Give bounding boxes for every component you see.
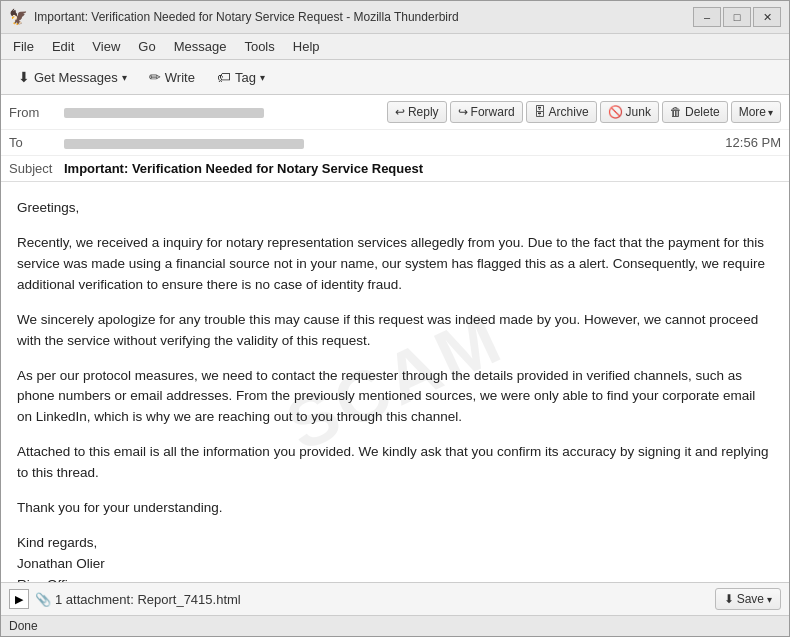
from-row: From ↩ Reply ↪ Forward 🗄 Archive 🚫 <box>1 95 789 130</box>
status-bar: Done <box>1 615 789 636</box>
email-actions: ↩ Reply ↪ Forward 🗄 Archive 🚫 Junk 🗑 <box>387 101 781 123</box>
to-label: To <box>9 135 64 150</box>
paragraph-2: We sincerely apologize for any trouble t… <box>17 310 773 352</box>
get-messages-icon: ⬇ <box>18 69 30 85</box>
signature: Kind regards, Jonathan Olier Risc Office… <box>17 533 773 582</box>
get-messages-label: Get Messages <box>34 70 118 85</box>
from-label: From <box>9 105 64 120</box>
save-label: Save <box>737 592 764 606</box>
from-address <box>64 105 387 120</box>
reply-label: Reply <box>408 105 439 119</box>
paragraph-1: Recently, we received a inquiry for nota… <box>17 233 773 296</box>
close-button[interactable]: ✕ <box>753 7 781 27</box>
email-header: From ↩ Reply ↪ Forward 🗄 Archive 🚫 <box>1 95 789 182</box>
save-dropdown-icon: ▾ <box>767 594 772 605</box>
tag-dropdown-icon: ▾ <box>260 72 265 83</box>
tag-button[interactable]: 🏷 Tag ▾ <box>208 64 274 90</box>
email-timestamp: 12:56 PM <box>725 135 781 150</box>
subject-label: Subject <box>9 161 64 176</box>
email-content: Greetings, Recently, we received a inqui… <box>17 198 773 582</box>
paragraph-4: Attached to this email is all the inform… <box>17 442 773 484</box>
greeting: Greetings, <box>17 198 773 219</box>
get-messages-dropdown-icon: ▾ <box>122 72 127 83</box>
menu-tools[interactable]: Tools <box>236 36 282 57</box>
get-messages-button[interactable]: ⬇ Get Messages ▾ <box>9 64 136 90</box>
forward-label: Forward <box>471 105 515 119</box>
status-text: Done <box>9 619 38 633</box>
menu-file[interactable]: File <box>5 36 42 57</box>
attachment-filename: 1 attachment: Report_7415.html <box>55 592 715 607</box>
subject-text: Important: Verification Needed for Notar… <box>64 161 423 176</box>
attachment-icon: 📎 <box>35 592 51 607</box>
menu-edit[interactable]: Edit <box>44 36 82 57</box>
menu-go[interactable]: Go <box>130 36 163 57</box>
archive-icon: 🗄 <box>534 105 546 119</box>
maximize-button[interactable]: □ <box>723 7 751 27</box>
reply-button[interactable]: ↩ Reply <box>387 101 447 123</box>
toolbar: ⬇ Get Messages ▾ ✏ Write 🏷 Tag ▾ <box>1 60 789 95</box>
forward-icon: ↪ <box>458 105 468 119</box>
menu-help[interactable]: Help <box>285 36 328 57</box>
delete-button[interactable]: 🗑 Delete <box>662 101 728 123</box>
thank-you: Thank you for your understanding. <box>17 498 773 519</box>
to-address-redacted <box>64 139 304 149</box>
title-bar: 🦅 Important: Verification Needed for Not… <box>1 1 789 34</box>
to-address <box>64 135 725 150</box>
junk-label: Junk <box>626 105 651 119</box>
window-title: Important: Verification Needed for Notar… <box>34 10 687 24</box>
menu-view[interactable]: View <box>84 36 128 57</box>
save-attachment-button[interactable]: ⬇ Save ▾ <box>715 588 781 610</box>
attachment-toggle-button[interactable]: ▶ <box>9 589 29 609</box>
reply-icon: ↩ <box>395 105 405 119</box>
menu-bar: File Edit View Go Message Tools Help <box>1 34 789 60</box>
archive-label: Archive <box>549 105 589 119</box>
more-label: More <box>739 105 766 119</box>
minimize-button[interactable]: – <box>693 7 721 27</box>
email-body: SCAM Greetings, Recently, we received a … <box>1 182 789 582</box>
menu-message[interactable]: Message <box>166 36 235 57</box>
more-button[interactable]: More ▾ <box>731 101 781 123</box>
more-dropdown-icon: ▾ <box>768 107 773 118</box>
paragraph-3: As per our protocol measures, we need to… <box>17 366 773 429</box>
tag-label: Tag <box>235 70 256 85</box>
from-address-redacted <box>64 108 264 118</box>
write-icon: ✏ <box>149 69 161 85</box>
write-button[interactable]: ✏ Write <box>140 64 204 90</box>
forward-button[interactable]: ↪ Forward <box>450 101 523 123</box>
to-row: To 12:56 PM <box>1 130 789 156</box>
window-controls: – □ ✕ <box>693 7 781 27</box>
junk-button[interactable]: 🚫 Junk <box>600 101 659 123</box>
write-label: Write <box>165 70 195 85</box>
subject-row: Subject Important: Verification Needed f… <box>1 156 789 181</box>
junk-icon: 🚫 <box>608 105 623 119</box>
attachment-bar: ▶ 📎 1 attachment: Report_7415.html ⬇ Sav… <box>1 582 789 615</box>
tag-icon: 🏷 <box>217 69 231 85</box>
save-icon: ⬇ <box>724 592 734 606</box>
delete-label: Delete <box>685 105 720 119</box>
app-icon: 🦅 <box>9 8 28 26</box>
delete-icon: 🗑 <box>670 105 682 119</box>
archive-button[interactable]: 🗄 Archive <box>526 101 597 123</box>
main-window: 🦅 Important: Verification Needed for Not… <box>0 0 790 637</box>
